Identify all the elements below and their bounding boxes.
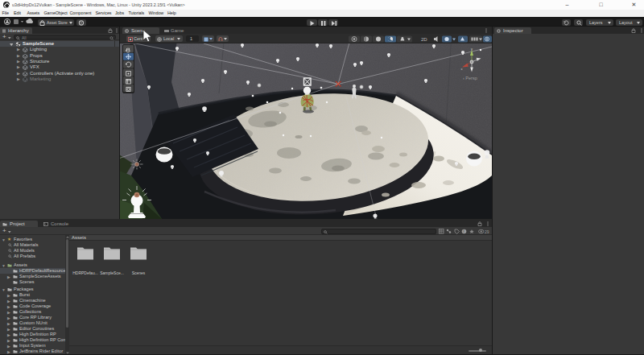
svg-text:2D: 2D bbox=[421, 37, 427, 42]
svg-text:x: x bbox=[461, 67, 463, 71]
svg-text:i: i bbox=[463, 229, 464, 233]
svg-text:y: y bbox=[471, 47, 473, 51]
svg-text:29: 29 bbox=[485, 229, 489, 234]
